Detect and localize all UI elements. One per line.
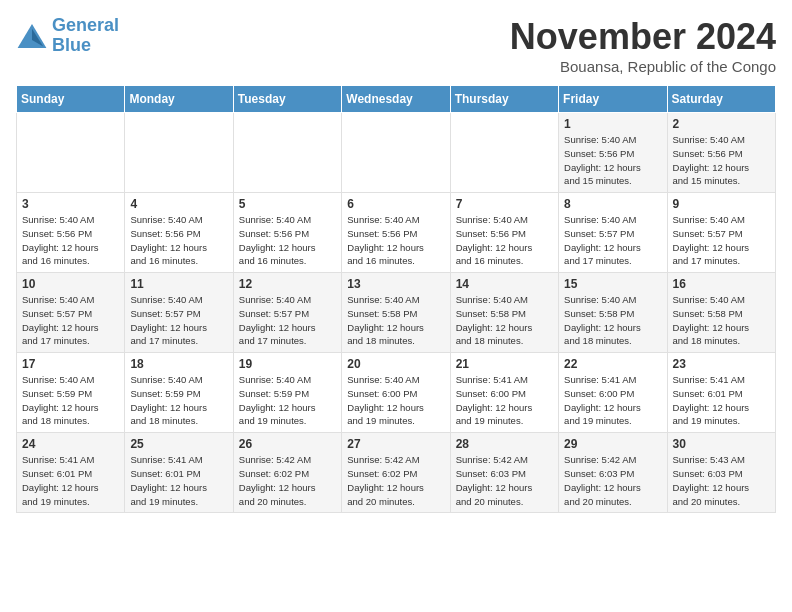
calendar-cell — [233, 113, 341, 193]
day-info: Sunrise: 5:40 AMSunset: 5:56 PMDaylight:… — [564, 133, 661, 188]
calendar-cell — [17, 113, 125, 193]
month-title: November 2024 — [510, 16, 776, 58]
day-number: 10 — [22, 277, 119, 291]
weekday-header: Saturday — [667, 86, 775, 113]
calendar-cell: 3Sunrise: 5:40 AMSunset: 5:56 PMDaylight… — [17, 193, 125, 273]
day-info: Sunrise: 5:41 AMSunset: 6:01 PMDaylight:… — [22, 453, 119, 508]
weekday-header: Thursday — [450, 86, 558, 113]
weekday-header: Sunday — [17, 86, 125, 113]
weekday-header: Tuesday — [233, 86, 341, 113]
day-info: Sunrise: 5:41 AMSunset: 6:01 PMDaylight:… — [130, 453, 227, 508]
day-info: Sunrise: 5:40 AMSunset: 5:58 PMDaylight:… — [673, 293, 770, 348]
weekday-row: SundayMondayTuesdayWednesdayThursdayFrid… — [17, 86, 776, 113]
day-number: 27 — [347, 437, 444, 451]
calendar-week-row: 10Sunrise: 5:40 AMSunset: 5:57 PMDayligh… — [17, 273, 776, 353]
calendar-header: SundayMondayTuesdayWednesdayThursdayFrid… — [17, 86, 776, 113]
day-number: 25 — [130, 437, 227, 451]
day-number: 28 — [456, 437, 553, 451]
day-number: 19 — [239, 357, 336, 371]
day-number: 9 — [673, 197, 770, 211]
day-number: 20 — [347, 357, 444, 371]
day-info: Sunrise: 5:40 AMSunset: 5:56 PMDaylight:… — [22, 213, 119, 268]
title-block: November 2024 Bouansa, Republic of the C… — [510, 16, 776, 75]
calendar-cell: 12Sunrise: 5:40 AMSunset: 5:57 PMDayligh… — [233, 273, 341, 353]
logo: General Blue — [16, 16, 119, 56]
day-info: Sunrise: 5:42 AMSunset: 6:02 PMDaylight:… — [347, 453, 444, 508]
calendar-cell: 27Sunrise: 5:42 AMSunset: 6:02 PMDayligh… — [342, 433, 450, 513]
calendar-cell — [342, 113, 450, 193]
day-number: 6 — [347, 197, 444, 211]
logo-text: General Blue — [52, 16, 119, 56]
day-number: 14 — [456, 277, 553, 291]
day-info: Sunrise: 5:40 AMSunset: 5:58 PMDaylight:… — [564, 293, 661, 348]
day-info: Sunrise: 5:40 AMSunset: 6:00 PMDaylight:… — [347, 373, 444, 428]
calendar-cell: 25Sunrise: 5:41 AMSunset: 6:01 PMDayligh… — [125, 433, 233, 513]
day-number: 4 — [130, 197, 227, 211]
logo-icon — [16, 22, 48, 50]
calendar-cell: 14Sunrise: 5:40 AMSunset: 5:58 PMDayligh… — [450, 273, 558, 353]
calendar-table: SundayMondayTuesdayWednesdayThursdayFrid… — [16, 85, 776, 513]
calendar-cell: 9Sunrise: 5:40 AMSunset: 5:57 PMDaylight… — [667, 193, 775, 273]
day-info: Sunrise: 5:40 AMSunset: 5:58 PMDaylight:… — [456, 293, 553, 348]
calendar-cell: 15Sunrise: 5:40 AMSunset: 5:58 PMDayligh… — [559, 273, 667, 353]
calendar-cell: 21Sunrise: 5:41 AMSunset: 6:00 PMDayligh… — [450, 353, 558, 433]
calendar-cell: 4Sunrise: 5:40 AMSunset: 5:56 PMDaylight… — [125, 193, 233, 273]
calendar-body: 1Sunrise: 5:40 AMSunset: 5:56 PMDaylight… — [17, 113, 776, 513]
weekday-header: Wednesday — [342, 86, 450, 113]
calendar-cell: 19Sunrise: 5:40 AMSunset: 5:59 PMDayligh… — [233, 353, 341, 433]
day-number: 2 — [673, 117, 770, 131]
calendar-cell: 10Sunrise: 5:40 AMSunset: 5:57 PMDayligh… — [17, 273, 125, 353]
day-info: Sunrise: 5:40 AMSunset: 5:56 PMDaylight:… — [239, 213, 336, 268]
day-number: 5 — [239, 197, 336, 211]
calendar-cell — [125, 113, 233, 193]
day-info: Sunrise: 5:40 AMSunset: 5:56 PMDaylight:… — [130, 213, 227, 268]
calendar-week-row: 17Sunrise: 5:40 AMSunset: 5:59 PMDayligh… — [17, 353, 776, 433]
calendar-cell: 7Sunrise: 5:40 AMSunset: 5:56 PMDaylight… — [450, 193, 558, 273]
day-number: 17 — [22, 357, 119, 371]
day-number: 13 — [347, 277, 444, 291]
calendar-cell: 28Sunrise: 5:42 AMSunset: 6:03 PMDayligh… — [450, 433, 558, 513]
day-number: 18 — [130, 357, 227, 371]
calendar-cell: 16Sunrise: 5:40 AMSunset: 5:58 PMDayligh… — [667, 273, 775, 353]
day-number: 3 — [22, 197, 119, 211]
day-info: Sunrise: 5:40 AMSunset: 5:56 PMDaylight:… — [347, 213, 444, 268]
day-info: Sunrise: 5:41 AMSunset: 6:00 PMDaylight:… — [456, 373, 553, 428]
day-info: Sunrise: 5:40 AMSunset: 5:57 PMDaylight:… — [673, 213, 770, 268]
day-number: 8 — [564, 197, 661, 211]
calendar-cell: 20Sunrise: 5:40 AMSunset: 6:00 PMDayligh… — [342, 353, 450, 433]
day-info: Sunrise: 5:40 AMSunset: 5:59 PMDaylight:… — [22, 373, 119, 428]
day-number: 15 — [564, 277, 661, 291]
weekday-header: Monday — [125, 86, 233, 113]
day-info: Sunrise: 5:40 AMSunset: 5:59 PMDaylight:… — [130, 373, 227, 428]
day-number: 12 — [239, 277, 336, 291]
calendar-cell: 11Sunrise: 5:40 AMSunset: 5:57 PMDayligh… — [125, 273, 233, 353]
calendar-cell — [450, 113, 558, 193]
day-number: 29 — [564, 437, 661, 451]
calendar-cell: 17Sunrise: 5:40 AMSunset: 5:59 PMDayligh… — [17, 353, 125, 433]
location: Bouansa, Republic of the Congo — [510, 58, 776, 75]
page-header: General Blue November 2024 Bouansa, Repu… — [16, 16, 776, 75]
calendar-cell: 23Sunrise: 5:41 AMSunset: 6:01 PMDayligh… — [667, 353, 775, 433]
weekday-header: Friday — [559, 86, 667, 113]
calendar-cell: 6Sunrise: 5:40 AMSunset: 5:56 PMDaylight… — [342, 193, 450, 273]
day-number: 16 — [673, 277, 770, 291]
day-info: Sunrise: 5:42 AMSunset: 6:02 PMDaylight:… — [239, 453, 336, 508]
day-info: Sunrise: 5:41 AMSunset: 6:00 PMDaylight:… — [564, 373, 661, 428]
day-info: Sunrise: 5:40 AMSunset: 5:57 PMDaylight:… — [130, 293, 227, 348]
calendar-cell: 24Sunrise: 5:41 AMSunset: 6:01 PMDayligh… — [17, 433, 125, 513]
calendar-week-row: 1Sunrise: 5:40 AMSunset: 5:56 PMDaylight… — [17, 113, 776, 193]
day-info: Sunrise: 5:42 AMSunset: 6:03 PMDaylight:… — [456, 453, 553, 508]
day-number: 30 — [673, 437, 770, 451]
day-info: Sunrise: 5:40 AMSunset: 5:56 PMDaylight:… — [456, 213, 553, 268]
day-info: Sunrise: 5:43 AMSunset: 6:03 PMDaylight:… — [673, 453, 770, 508]
calendar-cell: 22Sunrise: 5:41 AMSunset: 6:00 PMDayligh… — [559, 353, 667, 433]
calendar-cell: 18Sunrise: 5:40 AMSunset: 5:59 PMDayligh… — [125, 353, 233, 433]
day-number: 24 — [22, 437, 119, 451]
calendar-cell: 13Sunrise: 5:40 AMSunset: 5:58 PMDayligh… — [342, 273, 450, 353]
day-info: Sunrise: 5:40 AMSunset: 5:58 PMDaylight:… — [347, 293, 444, 348]
calendar-cell: 29Sunrise: 5:42 AMSunset: 6:03 PMDayligh… — [559, 433, 667, 513]
calendar-cell: 1Sunrise: 5:40 AMSunset: 5:56 PMDaylight… — [559, 113, 667, 193]
day-number: 1 — [564, 117, 661, 131]
calendar-cell: 26Sunrise: 5:42 AMSunset: 6:02 PMDayligh… — [233, 433, 341, 513]
calendar-cell: 30Sunrise: 5:43 AMSunset: 6:03 PMDayligh… — [667, 433, 775, 513]
